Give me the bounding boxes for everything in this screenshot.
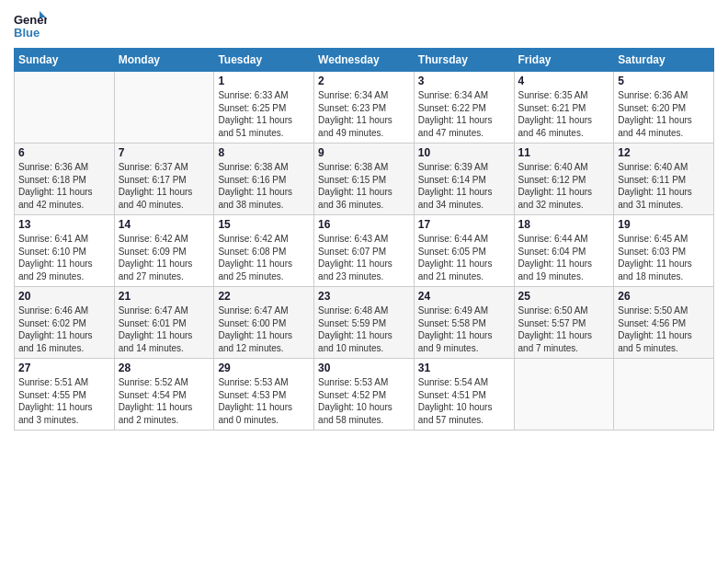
day-info: Sunrise: 6:44 AM Sunset: 6:05 PM Dayligh… [418, 233, 510, 282]
day-number: 26 [618, 290, 710, 303]
calendar-cell: 14Sunrise: 6:42 AM Sunset: 6:09 PM Dayli… [114, 215, 214, 287]
day-info: Sunrise: 6:34 AM Sunset: 6:22 PM Dayligh… [418, 89, 510, 139]
day-number: 17 [418, 218, 510, 231]
day-number: 4 [518, 75, 610, 87]
calendar-cell: 23Sunrise: 6:48 AM Sunset: 5:59 PM Dayli… [314, 287, 415, 359]
calendar-cell: 19Sunrise: 6:45 AM Sunset: 6:03 PM Dayli… [614, 215, 714, 287]
calendar-cell: 25Sunrise: 6:50 AM Sunset: 5:57 PM Dayli… [514, 287, 614, 359]
calendar-cell: 7Sunrise: 6:37 AM Sunset: 6:17 PM Daylig… [114, 144, 214, 215]
calendar-cell: 22Sunrise: 6:47 AM Sunset: 6:00 PM Dayli… [214, 287, 314, 359]
calendar-cell: 11Sunrise: 6:40 AM Sunset: 6:12 PM Dayli… [514, 144, 614, 215]
weekday-header-row: Sunday Monday Tuesday Wednesday Thursday… [15, 49, 714, 72]
calendar-cell: 9Sunrise: 6:38 AM Sunset: 6:15 PM Daylig… [314, 144, 415, 215]
day-info: Sunrise: 5:52 AM Sunset: 4:54 PM Dayligh… [119, 376, 210, 426]
calendar-cell: 1Sunrise: 6:33 AM Sunset: 6:25 PM Daylig… [214, 72, 314, 144]
day-info: Sunrise: 6:33 AM Sunset: 6:25 PM Dayligh… [218, 89, 310, 139]
day-info: Sunrise: 6:50 AM Sunset: 5:57 PM Dayligh… [518, 304, 610, 354]
day-number: 25 [518, 290, 610, 303]
day-number: 8 [218, 146, 310, 159]
day-number: 9 [318, 146, 410, 159]
day-info: Sunrise: 6:39 AM Sunset: 6:14 PM Dayligh… [418, 161, 510, 211]
header: General Blue [14, 9, 714, 42]
calendar-cell: 10Sunrise: 6:39 AM Sunset: 6:14 PM Dayli… [414, 144, 514, 215]
day-number: 10 [418, 146, 510, 159]
calendar-cell: 2Sunrise: 6:34 AM Sunset: 6:23 PM Daylig… [314, 72, 415, 144]
calendar-cell: 26Sunrise: 5:50 AM Sunset: 4:56 PM Dayli… [614, 287, 714, 359]
day-info: Sunrise: 5:53 AM Sunset: 4:53 PM Dayligh… [218, 376, 310, 426]
day-number: 29 [218, 362, 310, 374]
day-number: 11 [518, 146, 610, 159]
calendar-cell: 8Sunrise: 6:38 AM Sunset: 6:16 PM Daylig… [214, 144, 314, 215]
calendar-cell [514, 359, 614, 431]
day-number: 13 [18, 218, 110, 231]
day-info: Sunrise: 5:53 AM Sunset: 4:52 PM Dayligh… [318, 376, 410, 426]
day-info: Sunrise: 6:34 AM Sunset: 6:23 PM Dayligh… [318, 89, 410, 139]
day-number: 27 [18, 362, 110, 374]
header-monday: Monday [114, 49, 214, 72]
day-number: 12 [618, 146, 710, 159]
day-number: 7 [119, 146, 210, 159]
day-number: 3 [418, 75, 510, 87]
day-info: Sunrise: 5:54 AM Sunset: 4:51 PM Dayligh… [418, 376, 510, 426]
day-info: Sunrise: 6:37 AM Sunset: 6:17 PM Dayligh… [119, 161, 210, 211]
day-number: 18 [518, 218, 610, 231]
calendar-cell: 21Sunrise: 6:47 AM Sunset: 6:01 PM Dayli… [114, 287, 214, 359]
calendar-cell: 18Sunrise: 6:44 AM Sunset: 6:04 PM Dayli… [514, 215, 614, 287]
calendar-cell: 15Sunrise: 6:42 AM Sunset: 6:08 PM Dayli… [214, 215, 314, 287]
day-info: Sunrise: 6:38 AM Sunset: 6:15 PM Dayligh… [318, 161, 410, 211]
day-info: Sunrise: 6:41 AM Sunset: 6:10 PM Dayligh… [18, 233, 110, 282]
day-number: 22 [218, 290, 310, 303]
day-info: Sunrise: 6:35 AM Sunset: 6:21 PM Dayligh… [518, 89, 610, 139]
day-number: 31 [418, 362, 510, 374]
day-number: 6 [18, 146, 110, 159]
day-number: 14 [119, 218, 210, 231]
calendar-cell: 16Sunrise: 6:43 AM Sunset: 6:07 PM Dayli… [314, 215, 415, 287]
calendar-cell: 20Sunrise: 6:46 AM Sunset: 6:02 PM Dayli… [15, 287, 115, 359]
calendar-cell [15, 72, 115, 144]
calendar-cell: 3Sunrise: 6:34 AM Sunset: 6:22 PM Daylig… [414, 72, 514, 144]
day-info: Sunrise: 6:40 AM Sunset: 6:11 PM Dayligh… [618, 161, 710, 211]
calendar-cell: 6Sunrise: 6:36 AM Sunset: 6:18 PM Daylig… [15, 144, 115, 215]
calendar-cell: 27Sunrise: 5:51 AM Sunset: 4:55 PM Dayli… [15, 359, 115, 431]
calendar-cell [114, 72, 214, 144]
calendar-week-row: 13Sunrise: 6:41 AM Sunset: 6:10 PM Dayli… [15, 215, 714, 287]
day-number: 2 [318, 75, 410, 87]
svg-text:Blue: Blue [14, 26, 40, 40]
header-saturday: Saturday [614, 49, 714, 72]
day-info: Sunrise: 6:44 AM Sunset: 6:04 PM Dayligh… [518, 233, 610, 282]
calendar-cell: 31Sunrise: 5:54 AM Sunset: 4:51 PM Dayli… [414, 359, 514, 431]
calendar-cell: 5Sunrise: 6:36 AM Sunset: 6:20 PM Daylig… [614, 72, 714, 144]
day-info: Sunrise: 6:38 AM Sunset: 6:16 PM Dayligh… [218, 161, 310, 211]
calendar-cell: 13Sunrise: 6:41 AM Sunset: 6:10 PM Dayli… [15, 215, 115, 287]
calendar-cell: 30Sunrise: 5:53 AM Sunset: 4:52 PM Dayli… [314, 359, 415, 431]
day-number: 16 [318, 218, 410, 231]
header-thursday: Thursday [414, 49, 514, 72]
header-tuesday: Tuesday [214, 49, 314, 72]
day-number: 1 [218, 75, 310, 87]
day-info: Sunrise: 6:46 AM Sunset: 6:02 PM Dayligh… [18, 304, 110, 354]
calendar-cell: 12Sunrise: 6:40 AM Sunset: 6:11 PM Dayli… [614, 144, 714, 215]
logo-svg: General Blue [14, 9, 47, 42]
day-info: Sunrise: 5:51 AM Sunset: 4:55 PM Dayligh… [18, 376, 110, 426]
calendar-cell: 24Sunrise: 6:49 AM Sunset: 5:58 PM Dayli… [414, 287, 514, 359]
calendar-week-row: 27Sunrise: 5:51 AM Sunset: 4:55 PM Dayli… [15, 359, 714, 431]
calendar-cell [614, 359, 714, 431]
day-number: 21 [119, 290, 210, 303]
day-info: Sunrise: 5:50 AM Sunset: 4:56 PM Dayligh… [618, 304, 710, 354]
day-info: Sunrise: 6:42 AM Sunset: 6:08 PM Dayligh… [218, 233, 310, 282]
calendar-week-row: 6Sunrise: 6:36 AM Sunset: 6:18 PM Daylig… [15, 144, 714, 215]
day-number: 23 [318, 290, 410, 303]
calendar-week-row: 1Sunrise: 6:33 AM Sunset: 6:25 PM Daylig… [15, 72, 714, 144]
day-number: 28 [119, 362, 210, 374]
day-number: 24 [418, 290, 510, 303]
day-info: Sunrise: 6:42 AM Sunset: 6:09 PM Dayligh… [119, 233, 210, 282]
header-friday: Friday [514, 49, 614, 72]
calendar-week-row: 20Sunrise: 6:46 AM Sunset: 6:02 PM Dayli… [15, 287, 714, 359]
day-number: 5 [618, 75, 710, 87]
day-number: 19 [618, 218, 710, 231]
day-info: Sunrise: 6:47 AM Sunset: 6:01 PM Dayligh… [119, 304, 210, 354]
header-wednesday: Wednesday [314, 49, 415, 72]
day-info: Sunrise: 6:49 AM Sunset: 5:58 PM Dayligh… [418, 304, 510, 354]
day-info: Sunrise: 6:47 AM Sunset: 6:00 PM Dayligh… [218, 304, 310, 354]
day-number: 30 [318, 362, 410, 374]
